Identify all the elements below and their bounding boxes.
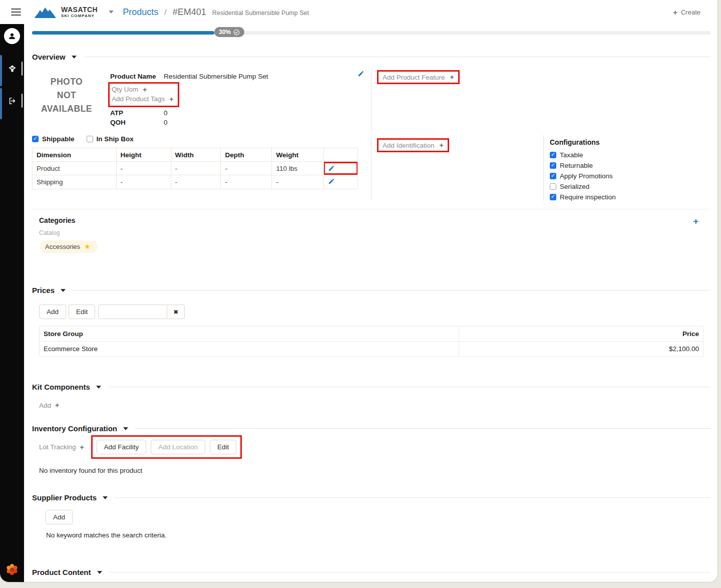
inventory-edit-button[interactable]: Edit: [210, 440, 236, 454]
categories-title: Categories: [39, 216, 710, 224]
cell-store-group: Ecommerce Store: [40, 342, 459, 357]
section-divider: [84, 57, 710, 57]
shippable-checkbox[interactable]: Shippable: [32, 135, 75, 143]
add-facility-button[interactable]: Add Facility: [97, 440, 147, 454]
person-icon: [8, 32, 17, 41]
supplier-collapse-caret-icon[interactable]: [103, 496, 108, 499]
configurations-panel: Configurations Taxable Returnable: [543, 135, 710, 201]
shipping-dimensions-panel: Shippable In Ship Box Dimension He: [32, 135, 372, 201]
add-identification-link[interactable]: Add Identification +: [377, 138, 449, 152]
checkbox-label: Returnable: [560, 162, 593, 169]
add-product-tags-link[interactable]: Add Product Tags +: [112, 94, 174, 104]
configurations-title: Configurations: [550, 138, 710, 146]
checkbox-icon: [32, 136, 39, 142]
atp-value: 0: [164, 109, 168, 117]
product-content-collapse-caret-icon[interactable]: [97, 571, 102, 574]
qoh-row: QOH 0: [110, 118, 372, 127]
org-switcher-caret-icon[interactable]: [109, 11, 114, 14]
kit-components-title: Kit Components: [32, 383, 90, 391]
sidebar-item-products[interactable]: [0, 60, 24, 77]
edit-product-dimensions-button[interactable]: [328, 165, 335, 172]
brand-name: WASATCH SKI COMPANY: [61, 6, 98, 18]
category-chip-accessories[interactable]: Accessories ★: [40, 240, 98, 253]
price-edit-button[interactable]: Edit: [69, 305, 95, 319]
lot-tracking-link[interactable]: Lot Tracking +: [39, 443, 84, 451]
config-apply-promotions-checkbox[interactable]: Apply Promotions: [550, 172, 710, 180]
cell-weight: -: [272, 175, 324, 189]
cell-height: -: [116, 175, 171, 189]
checkbox-icon: [550, 183, 556, 190]
table-row-product: Product - - - 110 lbs: [33, 162, 358, 175]
col-store-group: Store Group: [40, 327, 459, 342]
brand-line2: SKI COMPANY: [61, 14, 98, 18]
edit-product-name-button[interactable]: [357, 70, 365, 77]
product-name-value: Residential Submersible Pump Set: [164, 73, 268, 80]
cell-depth: -: [221, 162, 272, 175]
qoh-label: QOH: [110, 119, 164, 126]
config-returnable-checkbox[interactable]: Returnable: [550, 162, 710, 169]
col-actions: [324, 148, 358, 162]
kit-add-link[interactable]: Add +: [39, 401, 59, 409]
plus-icon: +: [143, 86, 147, 94]
annotation-box-product-tags: Qty Uom + Add Product Tags +: [108, 82, 179, 107]
categories-section: Categories + Catalog Accessories ★: [32, 216, 710, 253]
check-circle-icon: [233, 29, 240, 36]
overview-collapse-caret-icon[interactable]: [72, 56, 77, 59]
price-add-button[interactable]: Add: [39, 305, 66, 319]
config-require-inspection-checkbox[interactable]: Require inspection: [550, 193, 710, 201]
supplier-products-title: Supplier Products: [32, 493, 97, 502]
mountain-logo-icon: [34, 5, 57, 19]
price-search-group: ✖: [98, 305, 185, 319]
config-taxable-checkbox[interactable]: Taxable: [550, 151, 710, 159]
plus-icon: +: [80, 443, 84, 451]
kit-components-collapse-caret-icon[interactable]: [96, 386, 101, 389]
overview-title: Overview: [32, 53, 66, 61]
clear-icon: ✖: [173, 309, 178, 316]
table-row-shipping: Shipping - - - -: [33, 175, 358, 189]
sidebar-item-logout[interactable]: [0, 92, 24, 109]
user-avatar[interactable]: [4, 28, 20, 44]
price-search-input[interactable]: [98, 305, 167, 319]
checkbox-icon: [550, 152, 556, 158]
plus-icon: +: [55, 401, 59, 409]
cell-width: -: [171, 175, 221, 189]
kit-add-label: Add: [39, 402, 51, 409]
add-product-tags-label: Add Product Tags: [112, 95, 165, 103]
supplier-add-button[interactable]: Add: [46, 510, 73, 524]
product-name-row: Product Name Residential Submersible Pum…: [110, 72, 372, 81]
identification-panel: Add Identification +: [372, 135, 543, 201]
create-button[interactable]: + Create: [673, 8, 700, 17]
checkbox-label: Serialized: [560, 183, 589, 190]
photo-placeholder: PHOTO NOT AVAILABLE: [32, 75, 101, 133]
app-window: WASATCH SKI COMPANY Products / #EM401 Re…: [0, 0, 718, 582]
add-product-feature-link[interactable]: Add Product Feature +: [377, 70, 460, 84]
breadcrumb-product-id: #EM401: [173, 7, 206, 18]
inventory-collapse-caret-icon[interactable]: [123, 427, 128, 430]
cell-depth: -: [221, 175, 272, 189]
cell-dimension: Product: [33, 162, 117, 175]
pencil-icon: [328, 178, 335, 185]
top-header: WASATCH SKI COMPANY Products / #EM401 Re…: [0, 0, 717, 24]
brand-logo[interactable]: WASATCH SKI COMPANY: [34, 5, 98, 19]
add-identification-label: Add Identification: [383, 142, 435, 149]
qty-uom-add-link[interactable]: Qty Uom +: [112, 85, 174, 94]
sidebar-scroll-indicator: [22, 94, 23, 108]
prices-title: Prices: [32, 286, 55, 295]
edit-shipping-dimensions-button[interactable]: [328, 178, 335, 185]
clear-search-button[interactable]: ✖: [167, 305, 185, 319]
add-category-button[interactable]: +: [693, 216, 698, 227]
section-divider: [32, 209, 710, 209]
add-location-button[interactable]: Add Location: [151, 440, 205, 454]
overview-body: PHOTO NOT AVAILABLE Product Name Residen…: [32, 68, 710, 201]
create-button-label: Create: [681, 9, 700, 16]
inventory-empty-message: No inventory found for this product: [39, 467, 710, 474]
flower-logo-icon[interactable]: [4, 561, 20, 577]
breadcrumb-products-link[interactable]: Products: [123, 7, 158, 18]
config-serialized-checkbox[interactable]: Serialized: [550, 183, 710, 190]
prices-collapse-caret-icon[interactable]: [61, 289, 66, 292]
completeness-progress: 30%: [32, 29, 710, 39]
checkbox-label: Require inspection: [560, 193, 616, 201]
hamburger-menu-icon[interactable]: [11, 9, 21, 16]
photo-line: NOT: [32, 89, 101, 102]
in-ship-box-checkbox[interactable]: In Ship Box: [87, 135, 134, 143]
